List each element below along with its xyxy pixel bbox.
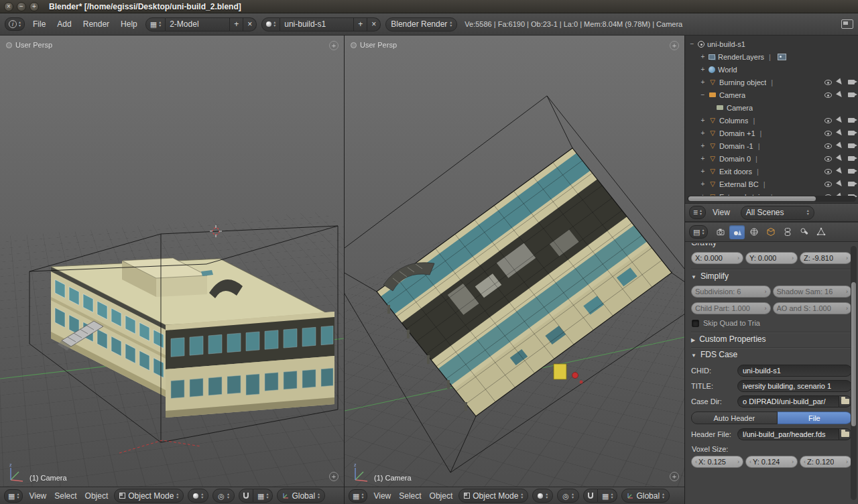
viewport-shading-dropdown[interactable] [188, 489, 208, 503]
visibility-eye-icon[interactable] [824, 143, 832, 149]
3d-viewport-right[interactable]: User Persp z (1) Camera View Select Obje… [345, 36, 685, 504]
menu-object[interactable]: Object [83, 491, 111, 501]
visibility-eye-icon[interactable] [824, 92, 832, 98]
snap-toggle-button[interactable] [239, 489, 253, 503]
tab-modifiers[interactable] [796, 225, 812, 239]
stepper-right-icon[interactable] [792, 255, 794, 261]
renderable-camera-icon[interactable] [848, 92, 855, 97]
outliner-row-camera-data[interactable]: Camera [685, 101, 858, 114]
outliner-row-object[interactable]: External BC [685, 178, 858, 190]
outliner-item-label[interactable]: External BC [719, 180, 759, 188]
region-split-icon[interactable] [329, 41, 339, 50]
subdivision-field[interactable]: Subdivision: 6 [691, 286, 771, 298]
visibility-eye-icon[interactable] [824, 131, 832, 136]
outliner-row-scene[interactable]: uni-build-s1 [685, 38, 858, 50]
visibility-eye-icon[interactable] [824, 182, 832, 187]
stepper-right-icon[interactable] [765, 305, 767, 312]
snap-element-button[interactable] [598, 489, 617, 503]
add-layout-button[interactable] [230, 17, 243, 32]
selectable-cursor-icon[interactable] [836, 78, 844, 86]
snap-element-button[interactable] [253, 489, 273, 503]
visibility-eye-icon[interactable] [824, 80, 832, 85]
stepper-right-icon[interactable] [846, 305, 848, 312]
outliner-item-label[interactable]: Columns [719, 117, 748, 125]
outliner-item-label[interactable]: Domain +1 [719, 129, 755, 137]
renderable-camera-icon[interactable] [848, 118, 855, 123]
voxel-x-field[interactable]: X: 0.125 [691, 456, 743, 468]
browse-layouts-button[interactable] [145, 17, 166, 32]
selectable-cursor-icon[interactable] [836, 90, 844, 99]
renderable-camera-icon[interactable] [848, 80, 855, 84]
outliner-item-label[interactable]: Domain 0 [719, 155, 751, 163]
collapse-icon[interactable] [689, 40, 695, 48]
region-split-icon[interactable] [670, 472, 679, 481]
voxel-z-field[interactable]: Z: 0.120 [800, 456, 852, 468]
stepper-right-icon[interactable] [846, 458, 848, 465]
render-result-icon[interactable] [778, 54, 786, 60]
outliner-row-object[interactable]: Domain +1 [685, 127, 858, 139]
region-split-icon[interactable] [670, 41, 679, 50]
custom-properties-header[interactable]: Custom Properties [691, 332, 852, 346]
renderable-camera-icon[interactable] [848, 131, 855, 135]
shadow-samples-field[interactable]: Shadow Sam: 16 [773, 286, 853, 298]
menu-help[interactable]: Help [117, 19, 141, 29]
stepper-right-icon[interactable] [792, 458, 794, 465]
add-scene-button[interactable] [354, 17, 367, 32]
menu-select[interactable]: Select [397, 491, 423, 501]
case-dir-input[interactable]: o DIPRADI/uni-build_par/ [737, 395, 839, 407]
fds-case-header[interactable]: FDS Case [691, 348, 852, 361]
visibility-eye-icon[interactable] [824, 156, 832, 162]
region-split-icon[interactable] [329, 472, 339, 481]
ao-sss-field[interactable]: AO and S: 1.000 [773, 302, 853, 314]
gravity-y-field[interactable]: Y: 0.000 [745, 252, 798, 264]
selectable-cursor-icon[interactable] [836, 141, 844, 149]
stepper-right-icon[interactable] [737, 255, 739, 261]
3d-viewport-left[interactable]: User Persp z (1) Camera View Select Obje… [0, 36, 345, 504]
simplify-panel-header[interactable]: Simplify [691, 269, 852, 283]
outliner-row-object[interactable]: Burning object [685, 76, 858, 88]
gravity-z-field[interactable]: Z: -9.810 [800, 252, 852, 264]
outliner-editor[interactable]: uni-build-s1 RenderLayers World Burning … [685, 36, 858, 203]
properties-content[interactable]: Gravity X: 0.000 Y: 0.000 Z: -9.810 Simp… [685, 242, 858, 504]
expand-icon[interactable] [700, 129, 706, 137]
menu-file[interactable]: File [29, 19, 49, 29]
outliner-row-object[interactable]: Columns [685, 114, 858, 127]
browse-scenes-button[interactable] [261, 17, 280, 32]
editor-type-selector-properties[interactable] [689, 225, 708, 239]
expand-icon[interactable] [700, 117, 706, 124]
menu-render[interactable]: Render [80, 19, 113, 29]
outliner-row-object[interactable]: Camera [685, 88, 858, 101]
tab-object[interactable] [763, 225, 778, 239]
voxel-y-field[interactable]: Y: 0.124 [745, 456, 798, 468]
delete-layout-button[interactable] [243, 17, 257, 32]
collapse-triangle-icon[interactable] [691, 271, 696, 281]
menu-add[interactable]: Add [54, 19, 74, 29]
outliner-item-label[interactable]: RenderLayers [718, 53, 764, 61]
outliner-row-world[interactable]: World [685, 63, 858, 76]
stepper-right-icon[interactable] [846, 288, 848, 295]
selectable-cursor-icon[interactable] [836, 180, 844, 188]
visibility-eye-icon[interactable] [824, 118, 832, 123]
stepper-right-icon[interactable] [846, 255, 848, 261]
expand-icon[interactable] [700, 142, 706, 149]
renderable-camera-icon[interactable] [848, 169, 855, 174]
editor-type-selector-3dview[interactable] [349, 489, 367, 503]
selectable-cursor-icon[interactable] [836, 154, 844, 162]
selectable-cursor-icon[interactable] [836, 116, 844, 124]
title-input[interactable]: iversity building, scenario 1 [737, 380, 852, 392]
stepper-right-icon[interactable] [737, 458, 739, 465]
expand-icon[interactable] [700, 78, 706, 86]
window-minimize-icon[interactable]: − [17, 2, 26, 11]
tab-world[interactable] [746, 225, 761, 239]
expand-icon[interactable] [700, 168, 706, 175]
outliner-item-label[interactable]: Burning object [719, 78, 766, 86]
browse-folder-button[interactable] [839, 395, 852, 407]
stepper-left-icon[interactable] [749, 458, 751, 465]
pivot-point-dropdown[interactable] [212, 489, 235, 503]
gravity-x-field[interactable]: X: 0.000 [691, 252, 743, 264]
outliner-display-dropdown[interactable]: All Scenes [741, 206, 814, 220]
outliner-row-object[interactable]: Domain 0 [685, 152, 858, 165]
mode-dropdown[interactable]: Object Mode [458, 489, 528, 503]
stepper-right-icon[interactable] [765, 288, 767, 295]
layout-name-field[interactable]: 2-Model [166, 17, 230, 32]
